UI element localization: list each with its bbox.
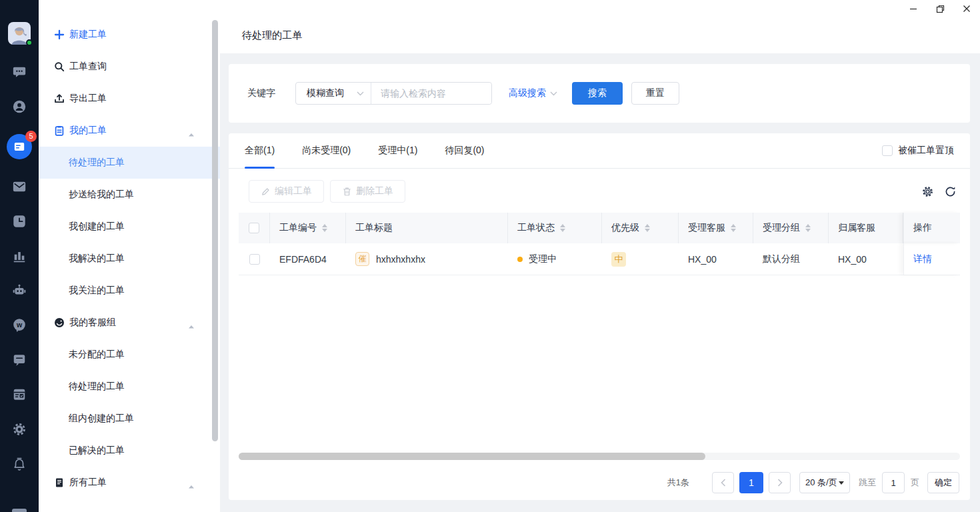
chat-dots-icon[interactable] — [12, 65, 27, 79]
advanced-search-link[interactable]: 高级搜索 — [509, 87, 557, 99]
column-label: 归属客服 — [838, 222, 875, 234]
tab-in-progress[interactable]: 受理中(1) — [378, 133, 417, 169]
sidebar: 新建工单 工单查询 导出工单 我的工单 待处理的工单 抄送给我的工单 我创建的工… — [39, 17, 220, 512]
sidebar-scrollbar[interactable] — [212, 20, 218, 441]
robot-icon[interactable] — [12, 283, 27, 298]
mail-icon[interactable] — [12, 179, 27, 194]
tab-all[interactable]: 全部(1) — [245, 133, 275, 169]
sidebar-group-all-tickets[interactable]: 所有工单 — [39, 467, 220, 499]
tickets-icon[interactable]: 5 — [7, 134, 32, 159]
sidebar-item-cc-tickets[interactable]: 抄送给我的工单 — [39, 179, 220, 211]
pencil-icon — [261, 187, 271, 197]
table-row[interactable]: EFDFA6D4 催 hxhxhxhxhx 受理中 中 HX_00 默认分组 H… — [239, 243, 960, 275]
page-size-select[interactable]: 20 条/页 — [799, 472, 850, 493]
settings-gear-icon[interactable] — [12, 422, 27, 437]
horizontal-scrollbar-track[interactable] — [239, 453, 960, 460]
ticket-title: hxhxhxhxhx — [376, 254, 425, 265]
sidebar-group-label: 我的客服组 — [69, 317, 116, 329]
page-header: 待处理的工单 — [220, 17, 980, 53]
column-header-priority[interactable]: 优先级 — [602, 213, 679, 243]
sidebar-item-label: 我解决的工单 — [69, 253, 125, 265]
sidebar-item-resolved-tickets[interactable]: 我解决的工单 — [39, 243, 220, 275]
total-count: 共1条 — [667, 477, 689, 489]
search-mode-select[interactable]: 模糊查询 — [296, 83, 371, 104]
task-board-icon[interactable] — [12, 387, 27, 402]
wechat-work-icon[interactable]: w — [12, 318, 27, 333]
sidebar-item-group-pending-tickets[interactable]: 待处理的工单 — [39, 371, 220, 403]
trash-icon — [342, 187, 352, 197]
message-square-icon[interactable] — [12, 353, 27, 367]
chevron-up-icon[interactable] — [188, 480, 195, 491]
column-header-status[interactable]: 工单状态 — [508, 213, 602, 243]
checkbox-icon[interactable] — [882, 145, 893, 156]
sidebar-item-label: 工单查询 — [69, 61, 107, 73]
search-input[interactable] — [371, 83, 491, 104]
reset-button[interactable]: 重置 — [631, 82, 679, 105]
urged-pin-checkbox[interactable]: 被催工单置顶 — [882, 145, 954, 157]
column-label: 工单编号 — [279, 222, 317, 234]
sidebar-item-export-tickets[interactable]: 导出工单 — [39, 83, 220, 115]
column-label: 受理客服 — [688, 222, 725, 234]
minimize-icon[interactable] — [900, 0, 927, 17]
edit-ticket-label: 编辑工单 — [275, 185, 312, 197]
sidebar-item-group-resolved-tickets[interactable]: 已解决的工单 — [39, 435, 220, 467]
column-header-title[interactable]: 工单标题 — [346, 213, 508, 243]
sidebar-item-new-ticket[interactable]: 新建工单 — [39, 19, 220, 51]
column-header-handler[interactable]: 受理客服 — [679, 213, 753, 243]
delete-ticket-button[interactable]: 删除工单 — [330, 180, 405, 203]
sidebar-item-followed-tickets[interactable]: 我关注的工单 — [39, 275, 220, 307]
tab-label: 尚未受理(0) — [302, 145, 351, 157]
chevron-right-icon — [777, 479, 783, 487]
main-content: 关键字 模糊查询 高级搜索 搜索 重置 全部(1) 尚未受理(0) 受理中(1) — [220, 53, 980, 512]
status-text: 受理中 — [529, 253, 557, 265]
column-header-owner[interactable]: 归属客服 — [829, 213, 903, 243]
detail-link[interactable]: 详情 — [913, 253, 932, 265]
column-label: 工单标题 — [355, 222, 393, 234]
notifications-bell-icon[interactable] — [12, 457, 27, 471]
restore-icon[interactable] — [927, 0, 953, 17]
chevron-up-icon[interactable] — [188, 320, 195, 331]
sidebar-item-unassigned-tickets[interactable]: 未分配的工单 — [39, 339, 220, 371]
chevron-up-icon[interactable] — [188, 128, 195, 139]
confirm-button[interactable]: 确定 — [927, 472, 959, 493]
cell-title: 催 hxhxhxhxhx — [346, 243, 508, 275]
row-checkbox[interactable] — [239, 243, 270, 275]
checkbox-icon[interactable] — [249, 223, 259, 233]
column-header-ticket-id[interactable]: 工单编号 — [270, 213, 346, 243]
tab-awaiting-reply[interactable]: 待回复(0) — [445, 133, 484, 169]
current-page-button[interactable]: 1 — [739, 472, 763, 493]
next-page-button[interactable] — [769, 472, 791, 493]
jump-to-label: 跳至 — [859, 477, 876, 489]
close-icon[interactable] — [953, 0, 980, 17]
stats-icon[interactable] — [12, 249, 27, 263]
cell-handler: HX_00 — [679, 243, 753, 275]
column-label: 操作 — [913, 222, 932, 234]
cell-owner: HX_00 — [829, 243, 903, 275]
select-all-checkbox[interactable] — [239, 213, 270, 243]
table-header-row: 工单编号 工单标题 工单状态 优先级 受理客服 — [239, 213, 960, 243]
keyword-label: 关键字 — [247, 87, 275, 99]
avatar[interactable] — [8, 22, 31, 45]
checkbox-icon[interactable] — [249, 254, 260, 265]
refresh-icon[interactable] — [943, 185, 957, 198]
sidebar-item-pending-tickets[interactable]: 待处理的工单 — [39, 147, 220, 179]
column-header-group[interactable]: 受理分组 — [753, 213, 829, 243]
sidebar-item-group-created-tickets[interactable]: 组内创建的工单 — [39, 403, 220, 435]
search-button[interactable]: 搜索 — [572, 82, 623, 105]
horizontal-scrollbar-thumb[interactable] — [239, 453, 705, 460]
sidebar-item-label: 待处理的工单 — [69, 157, 125, 169]
tab-not-accepted[interactable]: 尚未受理(0) — [302, 133, 351, 169]
sidebar-group-my-service-group[interactable]: 我的客服组 — [39, 307, 220, 339]
sidebar-group-my-tickets[interactable]: 我的工单 — [39, 115, 220, 147]
sort-icon — [731, 224, 736, 232]
edit-ticket-button[interactable]: 编辑工单 — [249, 180, 324, 203]
prev-page-button[interactable] — [712, 472, 734, 493]
column-settings-gear-icon[interactable] — [921, 185, 934, 198]
cell-group: 默认分组 — [753, 243, 829, 275]
history-icon[interactable] — [12, 214, 27, 229]
sidebar-item-created-tickets[interactable]: 我创建的工单 — [39, 211, 220, 243]
sidebar-item-ticket-query[interactable]: 工单查询 — [39, 51, 220, 83]
jump-page-input[interactable] — [882, 472, 905, 493]
contacts-icon[interactable] — [12, 99, 27, 114]
sidebar-item-label: 我创建的工单 — [69, 221, 125, 233]
